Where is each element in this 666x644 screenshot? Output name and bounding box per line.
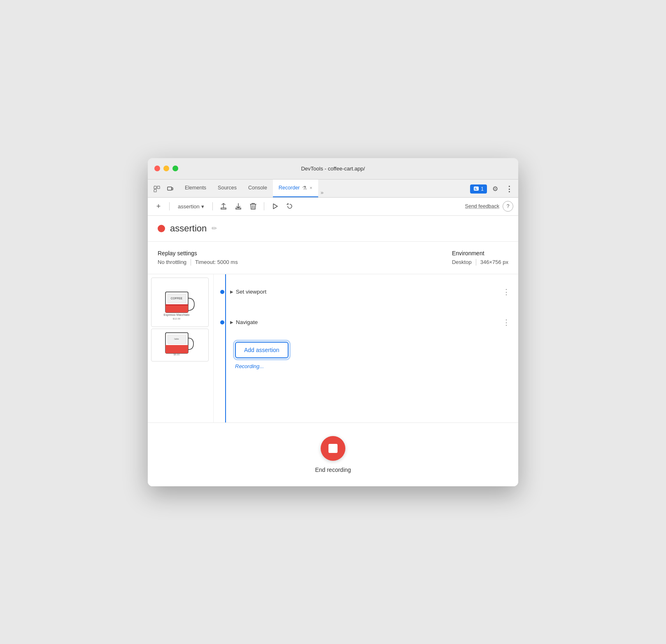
svg-text:COFFEE: COFFEE — [171, 297, 183, 300]
step-dot-1 — [220, 290, 224, 294]
traffic-lights — [154, 166, 178, 171]
svg-rect-4 — [172, 188, 173, 190]
step-expand-icon-1[interactable]: ▶ — [230, 289, 233, 294]
end-recording-section: End recording — [148, 422, 518, 486]
recording-name: assertion — [178, 203, 200, 210]
add-assertion-button[interactable]: Add assertion — [235, 342, 289, 358]
toolbar-separator-2 — [212, 202, 213, 210]
step-expand-icon-2[interactable]: ▶ — [230, 320, 233, 324]
add-recording-button[interactable]: + — [153, 201, 164, 212]
svg-text:$8.00: $8.00 — [173, 353, 180, 356]
step-item: ▶ Set viewport ⋮ — [214, 281, 518, 303]
timeout-value: Timeout: 5000 ms — [195, 259, 238, 265]
more-tabs-icon[interactable]: » — [318, 188, 326, 197]
svg-rect-1 — [157, 186, 160, 189]
svg-rect-0 — [154, 186, 156, 189]
close-button[interactable] — [154, 166, 160, 171]
env-separator — [476, 259, 476, 266]
minimize-button[interactable] — [163, 166, 169, 171]
toolbar-separator-3 — [264, 202, 264, 210]
stop-icon — [328, 444, 338, 453]
svg-rect-7 — [475, 189, 477, 190]
settings-section: Replay settings No throttling Timeout: 5… — [148, 242, 518, 274]
tab-close-icon[interactable]: × — [310, 185, 312, 190]
screenshot-2: latte $8.00 — [151, 329, 209, 362]
environment-settings: Environment Desktop 346×756 px — [452, 250, 508, 266]
environment-title: Environment — [452, 250, 508, 257]
tab-elements[interactable]: Elements — [179, 180, 212, 197]
chat-badge-button[interactable]: 1 — [470, 184, 487, 194]
replay-settings-title: Replay settings — [158, 250, 238, 257]
main-content: assertion ✏ Replay settings No throttlin… — [148, 216, 518, 486]
settings-separator — [191, 259, 191, 266]
more-options-icon[interactable]: ⋮ — [503, 183, 515, 195]
toolbar: + assertion ▾ — [148, 198, 518, 216]
step-content-2[interactable]: ▶ Navigate — [230, 319, 495, 325]
recording-status: Recording... — [235, 363, 264, 369]
maximize-button[interactable] — [172, 166, 178, 171]
send-feedback-button[interactable]: Send feedback — [465, 203, 499, 209]
steps-section: COFFEE Espresso Macchiato $12.00 latte $… — [148, 274, 518, 422]
svg-rect-3 — [168, 187, 172, 190]
settings-icon[interactable]: ⚙ — [489, 183, 501, 195]
recording-title: assertion — [170, 223, 207, 234]
delete-button[interactable] — [247, 201, 259, 212]
window-title: DevTools - coffee-cart.app/ — [301, 166, 365, 172]
toolbar-separator-1 — [169, 202, 170, 210]
step-more-options-1[interactable]: ⋮ — [501, 287, 512, 297]
tab-sources[interactable]: Sources — [212, 180, 242, 197]
stop-recording-button[interactable] — [321, 436, 345, 461]
tab-console[interactable]: Console — [242, 180, 273, 197]
step-button[interactable] — [284, 201, 296, 212]
svg-rect-6 — [475, 188, 476, 189]
recording-header: assertion ✏ — [148, 216, 518, 242]
steps-list: ▶ Set viewport ⋮ ▶ Navigate ⋮ Add — [214, 274, 518, 422]
tab-bar-icons — [151, 183, 176, 197]
tab-bar: Elements Sources Console Recorder ⚗ × » … — [148, 180, 518, 198]
add-assertion-area: Add assertion Recording... — [214, 334, 518, 373]
step-dot-2 — [220, 320, 224, 324]
recording-indicator — [158, 225, 165, 232]
badge-count: 1 — [481, 186, 484, 192]
svg-rect-10 — [165, 304, 188, 306]
title-bar: DevTools - coffee-cart.app/ — [148, 158, 518, 180]
svg-text:latte: latte — [174, 338, 179, 340]
download-button[interactable] — [233, 201, 244, 212]
inspect-icon[interactable] — [151, 183, 163, 195]
end-recording-label: End recording — [315, 467, 351, 473]
svg-rect-2 — [154, 189, 156, 192]
devtools-window: DevTools - coffee-cart.app/ Elements — [148, 158, 518, 486]
step-more-options-2[interactable]: ⋮ — [501, 317, 512, 328]
step-item-2: ▶ Navigate ⋮ — [214, 311, 518, 334]
dropdown-icon: ▾ — [201, 203, 204, 210]
step-label-2: Navigate — [236, 319, 258, 325]
recording-selector[interactable]: assertion ▾ — [175, 202, 207, 211]
step-label-1: Set viewport — [236, 289, 266, 295]
step-content-1[interactable]: ▶ Set viewport — [230, 289, 495, 295]
replay-settings: Replay settings No throttling Timeout: 5… — [158, 250, 238, 266]
export-button[interactable] — [218, 201, 229, 212]
resolution-value: 346×756 px — [480, 259, 508, 265]
help-button[interactable]: ? — [503, 201, 513, 212]
svg-text:Espresso Macchiato: Espresso Macchiato — [163, 313, 189, 317]
tab-bar-right: 1 ⚙ ⋮ — [470, 183, 515, 197]
viewport-value: Desktop — [452, 259, 472, 265]
screenshot-1: COFFEE Espresso Macchiato $12.00 — [151, 278, 209, 327]
edit-name-icon[interactable]: ✏ — [212, 224, 217, 232]
svg-rect-16 — [165, 345, 188, 353]
throttling-value: No throttling — [158, 259, 186, 265]
screenshot-panel: COFFEE Espresso Macchiato $12.00 latte $… — [148, 274, 214, 422]
device-toggle-icon[interactable] — [164, 183, 176, 195]
svg-rect-5 — [474, 187, 479, 191]
svg-text:$12.00: $12.00 — [173, 317, 181, 320]
tab-recorder[interactable]: Recorder ⚗ × — [273, 180, 318, 197]
play-button[interactable] — [269, 201, 281, 212]
